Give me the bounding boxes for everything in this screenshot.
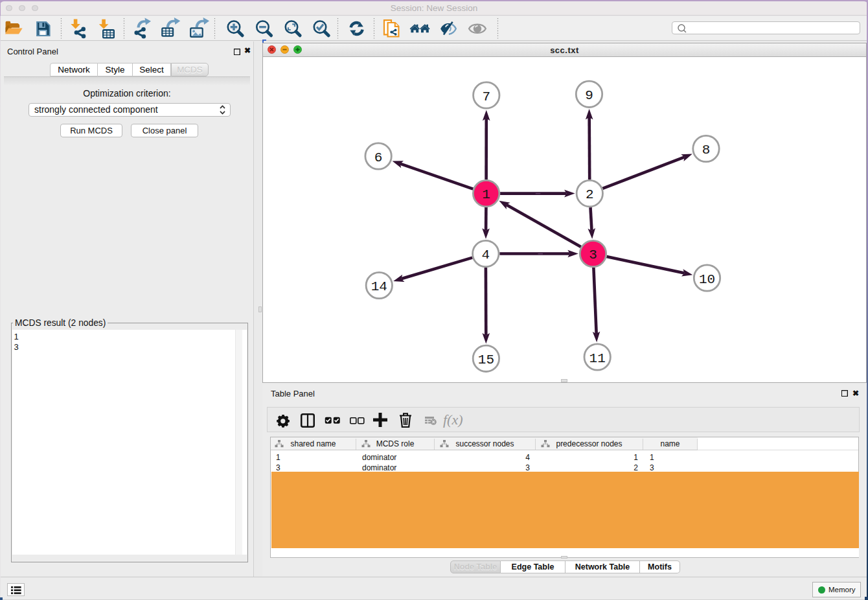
svg-text:6: 6 xyxy=(374,150,383,165)
svg-text:4: 4 xyxy=(481,248,490,262)
svg-text:9: 9 xyxy=(585,88,593,103)
svg-text:10: 10 xyxy=(699,272,715,287)
svg-text:3: 3 xyxy=(589,248,597,262)
svg-text:f(x): f(x) xyxy=(443,411,463,428)
svg-text:2: 2 xyxy=(586,187,594,202)
svg-text:15: 15 xyxy=(478,352,494,367)
svg-text:11: 11 xyxy=(589,351,606,366)
svg-text:14: 14 xyxy=(371,279,387,294)
svg-text:8: 8 xyxy=(702,143,711,157)
svg-text:7: 7 xyxy=(482,89,490,104)
svg-text:1: 1 xyxy=(482,187,490,202)
